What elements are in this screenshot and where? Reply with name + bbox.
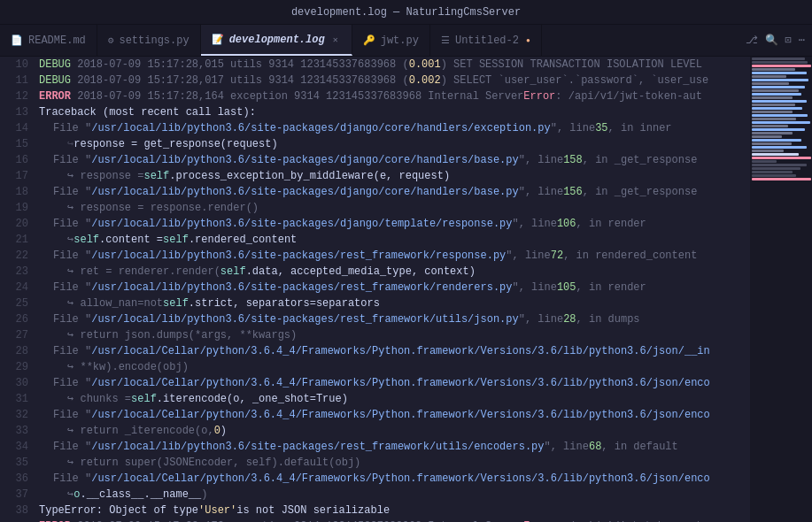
linenum-15: 15 [0,136,35,152]
code-line-33: ↪ return _iterencode(o, 0) [39,423,750,439]
linenum-14: 14 [0,120,35,136]
code-line-36: File "/usr/local/Cellar/python/3.6.4_4/F… [39,471,750,487]
linenum-16: 16 [0,152,35,168]
code-line-10: DEBUG 2018-07-09 15:17:28,015 utils 9314… [39,57,750,73]
untitled-icon: ☰ [441,35,450,46]
linenum-26: 26 [0,311,35,327]
linenum-17: 17 [0,168,35,184]
code-line-28: File "/usr/local/Cellar/python/3.6.4_4/F… [39,343,750,359]
tab-devlog-label: development.log [229,34,325,46]
code-line-18: File "/usr/local/lib/python3.6/site-pack… [39,184,750,200]
code-line-16: File "/usr/local/lib/python3.6/site-pack… [39,152,750,168]
linenum-34: 34 [0,439,35,455]
line-numbers: 10 11 12 13 14 15 16 17 18 19 20 21 22 2… [0,57,35,522]
linenum-33: 33 [0,423,35,439]
linenum-31: 31 [0,391,35,407]
code-line-20: File "/usr/local/lib/python3.6/site-pack… [39,216,750,232]
code-line-34: File "/usr/local/lib/python3.6/site-pack… [39,439,750,455]
tab-devlog[interactable]: 📝 development.log ✕ [201,25,352,56]
tab-jwt[interactable]: 🔑 jwt.py [352,25,430,56]
code-line-30: File "/usr/local/Cellar/python/3.6.4_4/F… [39,375,750,391]
code-line-17: ↪ response = self.process_exception_by_m… [39,168,750,184]
tab-readme[interactable]: 📄 README.md [0,25,97,56]
linenum-18: 18 [0,184,35,200]
linenum-20: 20 [0,216,35,232]
tab-jwt-label: jwt.py [381,35,419,47]
linenum-12: 12 [0,88,35,104]
code-line-39: ERROR 2018-07-09 15:17:28,173 exception … [39,518,750,522]
tab-settings[interactable]: ⚙ settings.py [97,25,201,56]
linenum-23: 23 [0,264,35,280]
linenum-21: 21 [0,232,35,248]
linenum-30: 30 [0,375,35,391]
code-line-15: ↪ response = get_response(request) [39,136,750,152]
linenum-25: 25 [0,296,35,311]
search-icon[interactable]: 🔍 [765,34,778,47]
linenum-28: 28 [0,343,35,359]
linenum-22: 22 [0,248,35,264]
code-line-21: ↪ self.content = self.rendered_content [39,232,750,248]
more-icon[interactable]: ⋯ [799,34,805,47]
code-line-12: ERROR 2018-07-09 15:17:28,164 exception … [39,88,750,104]
linenum-24: 24 [0,280,35,296]
code-line-35: ↪ return super(JSONEncoder, self).defaul… [39,455,750,471]
split-icon[interactable]: ⊡ [785,34,792,47]
jwt-icon: 🔑 [363,35,375,46]
code-line-27: ↪ return json.dumps(*args, **kwargs) [39,327,750,343]
code-line-26: File "/usr/local/lib/python3.6/site-pack… [39,311,750,327]
code-line-11: DEBUG 2018-07-09 15:17:28,017 utils 9314… [39,73,750,88]
linenum-35: 35 [0,455,35,471]
code-line-37: ↪ o.__class__.__name__) [39,487,750,503]
minimap-content [750,57,812,522]
linenum-37: 37 [0,487,35,503]
code-line-32: File "/usr/local/Cellar/python/3.6.4_4/F… [39,407,750,423]
linenum-10: 10 [0,57,35,73]
code-line-31: ↪ chunks = self.iterencode(o, _one_shot=… [39,391,750,407]
linenum-11: 11 [0,73,35,88]
code-content: DEBUG 2018-07-09 15:17:28,015 utils 9314… [35,57,750,522]
untitled-dot: ● [526,36,530,44]
code-line-19: ↪ response = response.render() [39,200,750,216]
devlog-icon: 📝 [212,34,224,45]
linenum-13: 13 [0,104,35,120]
tab-devlog-close[interactable]: ✕ [330,34,341,46]
linenum-38: 38 [0,503,35,518]
title-bar: development.log — NaturlingCmsServer [0,0,812,25]
tab-actions: ⎇ 🔍 ⊡ ⋯ [746,25,812,56]
code-line-24: File "/usr/local/lib/python3.6/site-pack… [39,280,750,296]
tab-readme-label: README.md [28,35,86,47]
linenum-27: 27 [0,327,35,343]
title-text: development.log — NaturlingCmsServer [291,6,521,19]
tab-settings-label: settings.py [119,35,189,47]
code-line-29: ↪ **kw).encode(obj) [39,359,750,375]
code-line-23: ↪ ret = renderer.render(self.data, accep… [39,264,750,280]
editor-area: 10 11 12 13 14 15 16 17 18 19 20 21 22 2… [0,57,812,522]
readme-icon: 📄 [11,35,23,46]
settings-icon: ⚙ [108,35,114,46]
code-line-38: TypeError: Object of type 'User' is not … [39,503,750,518]
tab-untitled-label: Untitled-2 [455,35,519,47]
code-line-14: File "/usr/local/lib/python3.6/site-pack… [39,120,750,136]
linenum-36: 36 [0,471,35,487]
linenum-32: 32 [0,407,35,423]
code-line-25: ↪ allow_nan=not self.strict, separators=… [39,296,750,311]
code-line-22: File "/usr/local/lib/python3.6/site-pack… [39,248,750,264]
minimap[interactable] [750,57,812,522]
tab-untitled[interactable]: ☰ Untitled-2 ● [430,25,542,56]
code-line-13: Traceback (most recent call last): [39,104,750,120]
linenum-19: 19 [0,200,35,216]
branch-icon[interactable]: ⎇ [746,34,758,47]
linenum-29: 29 [0,359,35,375]
tab-bar: 📄 README.md ⚙ settings.py 📝 development.… [0,25,812,57]
